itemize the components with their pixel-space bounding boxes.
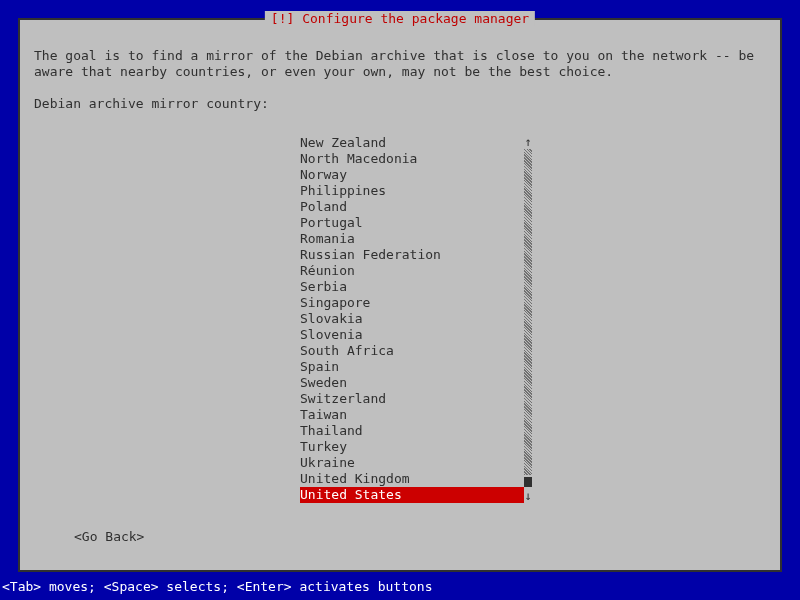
list-item[interactable]: Slovenia [300, 327, 554, 343]
list-item[interactable]: South Africa [300, 343, 554, 359]
list-item[interactable]: Norway [300, 167, 554, 183]
list-item[interactable]: Switzerland [300, 391, 554, 407]
list-item[interactable]: Sweden [300, 375, 554, 391]
scroll-up-icon[interactable]: ↑ [522, 135, 534, 149]
scroll-down-icon[interactable]: ↓ [522, 489, 534, 503]
list-item[interactable]: Russian Federation [300, 247, 554, 263]
list-item[interactable]: United States [300, 487, 524, 503]
list-item[interactable]: Ukraine [300, 455, 554, 471]
list-item[interactable]: New Zealand [300, 135, 554, 151]
country-list[interactable]: New ZealandNorth MacedoniaNorwayPhilippi… [300, 135, 554, 503]
intro-text: The goal is to find a mirror of the Debi… [34, 48, 766, 80]
list-item[interactable]: Spain [300, 359, 554, 375]
list-item[interactable]: Serbia [300, 279, 554, 295]
scrollbar-track-fill [524, 149, 532, 475]
list-item[interactable]: North Macedonia [300, 151, 554, 167]
list-item[interactable]: Portugal [300, 215, 554, 231]
go-back-button[interactable]: <Go Back> [74, 529, 144, 544]
scrollbar[interactable]: ↑ ↓ [524, 135, 532, 503]
list-item[interactable]: United Kingdom [300, 471, 554, 487]
prompt-label: Debian archive mirror country: [34, 96, 766, 111]
list-item[interactable]: Réunion [300, 263, 554, 279]
list-item[interactable]: Poland [300, 199, 554, 215]
list-item[interactable]: Turkey [300, 439, 554, 455]
list-item[interactable]: Philippines [300, 183, 554, 199]
list-item[interactable]: Thailand [300, 423, 554, 439]
list-item[interactable]: Slovakia [300, 311, 554, 327]
dialog-frame: [!] Configure the package manager The go… [18, 18, 782, 572]
scrollbar-thumb[interactable] [524, 477, 532, 487]
list-item[interactable]: Singapore [300, 295, 554, 311]
list-item[interactable]: Romania [300, 231, 554, 247]
list-item[interactable]: Taiwan [300, 407, 554, 423]
footer-hint: <Tab> moves; <Space> selects; <Enter> ac… [2, 579, 432, 594]
dialog-content: The goal is to find a mirror of the Debi… [20, 20, 780, 570]
